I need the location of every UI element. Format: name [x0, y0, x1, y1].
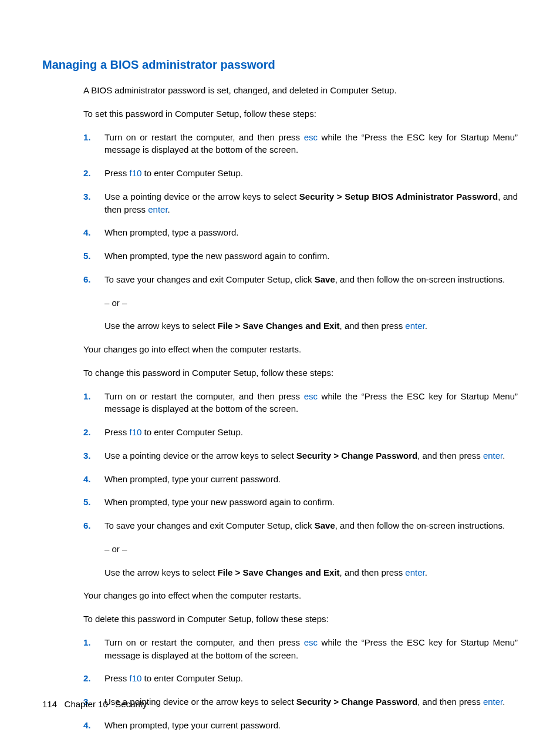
document-page: Managing a BIOS administrator password A… — [0, 0, 560, 732]
list-item: 2. Press f10 to enter Computer Setup. — [83, 426, 518, 439]
section-title: Managing a BIOS administrator password — [42, 56, 518, 73]
step-number: 1. — [83, 636, 104, 662]
list-item: 3. Use a pointing device or the arrow ke… — [83, 695, 518, 708]
step-number: 3. — [83, 190, 104, 216]
list-item: 4. When prompted, type a password. — [83, 226, 518, 239]
list-item: 2. Press f10 to enter Computer Setup. — [83, 167, 518, 180]
step-number: 6. — [83, 273, 104, 332]
step-body: To save your changes and exit Computer S… — [104, 519, 518, 579]
esc-key: esc — [304, 132, 318, 142]
save-label: Save — [315, 520, 335, 530]
list-item: 6. To save your changes and exit Compute… — [83, 519, 518, 579]
esc-key: esc — [304, 391, 318, 401]
menu-path: Security > Setup BIOS Administrator Pass… — [299, 191, 498, 201]
enter-key: enter — [405, 567, 424, 577]
or-separator: – or – — [104, 543, 518, 556]
step-body: Press f10 to enter Computer Setup. — [104, 167, 518, 180]
step-body: Press f10 to enter Computer Setup. — [104, 426, 518, 439]
menu-path: File > Save Changes and Exit — [218, 321, 340, 331]
step-body: Use a pointing device or the arrow keys … — [104, 449, 518, 462]
menu-path: Security > Change Password — [296, 451, 417, 461]
step-body: Use a pointing device or the arrow keys … — [104, 695, 518, 708]
step-body: Turn on or restart the computer, and the… — [104, 131, 518, 157]
enter-key: enter — [483, 451, 502, 461]
page-number: 114 — [42, 699, 57, 709]
list-item: 3. Use a pointing device or the arrow ke… — [83, 449, 518, 462]
enter-key: enter — [148, 204, 167, 214]
f10-key: f10 — [130, 427, 142, 437]
chapter-name: Security — [115, 699, 147, 709]
f10-key: f10 — [130, 673, 142, 683]
enter-key: enter — [483, 697, 502, 707]
f10-key: f10 — [130, 168, 142, 178]
step-body: Press f10 to enter Computer Setup. — [104, 672, 518, 685]
step-body: Turn on or restart the computer, and the… — [104, 390, 518, 416]
step-number: 5. — [83, 250, 104, 263]
set-password-steps: 1. Turn on or restart the computer, and … — [83, 131, 518, 333]
save-label: Save — [315, 274, 335, 284]
list-item: 5. When prompted, type your new password… — [83, 496, 518, 509]
set-password-lead: To set this password in Computer Setup, … — [83, 107, 518, 120]
esc-key: esc — [304, 637, 318, 647]
step-body: When prompted, type a password. — [104, 226, 518, 239]
step-number: 6. — [83, 519, 104, 579]
intro-paragraph: A BIOS administrator password is set, ch… — [83, 84, 518, 97]
step-body: When prompted, type your new password ag… — [104, 496, 518, 509]
step-number: 5. — [83, 496, 104, 509]
effect-paragraph: Your changes go into effect when the com… — [83, 589, 518, 602]
list-item: 1. Turn on or restart the computer, and … — [83, 636, 518, 662]
step-body: Use a pointing device or the arrow keys … — [104, 190, 518, 216]
step-body: When prompted, type your current passwor… — [104, 719, 518, 732]
menu-path: Security > Change Password — [296, 697, 417, 707]
change-password-lead: To change this password in Computer Setu… — [83, 367, 518, 379]
delete-password-steps: 1. Turn on or restart the computer, and … — [83, 636, 518, 732]
list-item: 4. When prompted, type your current pass… — [83, 473, 518, 486]
effect-paragraph: Your changes go into effect when the com… — [83, 343, 518, 356]
change-password-steps: 1. Turn on or restart the computer, and … — [83, 390, 518, 579]
enter-key: enter — [405, 321, 424, 331]
list-item: 1. Turn on or restart the computer, and … — [83, 390, 518, 416]
step-number: 1. — [83, 390, 104, 416]
chapter-label: Chapter 10 — [65, 699, 108, 709]
step-number: 3. — [83, 449, 104, 462]
or-separator: – or – — [104, 297, 518, 310]
delete-password-lead: To delete this password in Computer Setu… — [83, 613, 518, 626]
step-number: 2. — [83, 426, 104, 439]
list-item: 4. When prompted, type your current pass… — [83, 719, 518, 732]
list-item: 5. When prompted, type the new password … — [83, 250, 518, 263]
step-number: 4. — [83, 719, 104, 732]
list-item: 2. Press f10 to enter Computer Setup. — [83, 672, 518, 685]
page-footer: 114 Chapter 10 Security — [42, 698, 147, 711]
step-body: When prompted, type your current passwor… — [104, 473, 518, 486]
step-number: 4. — [83, 226, 104, 239]
step-number: 2. — [83, 672, 104, 685]
list-item: 3. Use a pointing device or the arrow ke… — [83, 190, 518, 216]
step-number: 2. — [83, 167, 104, 180]
list-item: 6. To save your changes and exit Compute… — [83, 273, 518, 332]
list-item: 1. Turn on or restart the computer, and … — [83, 131, 518, 157]
step-body: Turn on or restart the computer, and the… — [104, 636, 518, 662]
step-number: 1. — [83, 131, 104, 157]
step-body: When prompted, type the new password aga… — [104, 250, 518, 263]
step-body: To save your changes and exit Computer S… — [104, 273, 518, 332]
step-number: 4. — [83, 473, 104, 486]
menu-path: File > Save Changes and Exit — [218, 567, 340, 577]
